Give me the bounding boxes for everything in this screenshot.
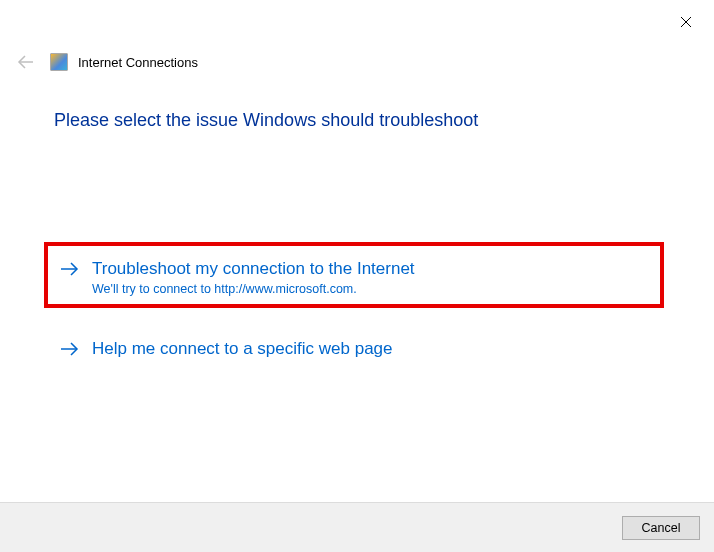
arrow-right-icon	[60, 342, 80, 360]
page-heading: Please select the issue Windows should t…	[54, 110, 478, 131]
close-button[interactable]	[676, 12, 696, 32]
cancel-button[interactable]: Cancel	[622, 516, 700, 540]
wizard-header: Internet Connections	[16, 52, 198, 72]
option-title: Troubleshoot my connection to the Intern…	[92, 258, 415, 280]
option-text: Help me connect to a specific web page	[92, 338, 393, 360]
option-troubleshoot-internet[interactable]: Troubleshoot my connection to the Intern…	[60, 258, 415, 299]
option-subtitle: We'll try to connect to http://www.micro…	[92, 281, 415, 299]
troubleshooter-icon	[50, 53, 68, 71]
option-text: Troubleshoot my connection to the Intern…	[92, 258, 415, 299]
wizard-title: Internet Connections	[78, 55, 198, 70]
option-title: Help me connect to a specific web page	[92, 338, 393, 360]
arrow-right-icon	[60, 262, 80, 280]
option-specific-webpage[interactable]: Help me connect to a specific web page	[60, 338, 393, 360]
close-icon	[680, 16, 692, 28]
back-button[interactable]	[16, 52, 36, 72]
back-arrow-icon	[17, 55, 35, 69]
footer-bar: Cancel	[0, 502, 714, 552]
